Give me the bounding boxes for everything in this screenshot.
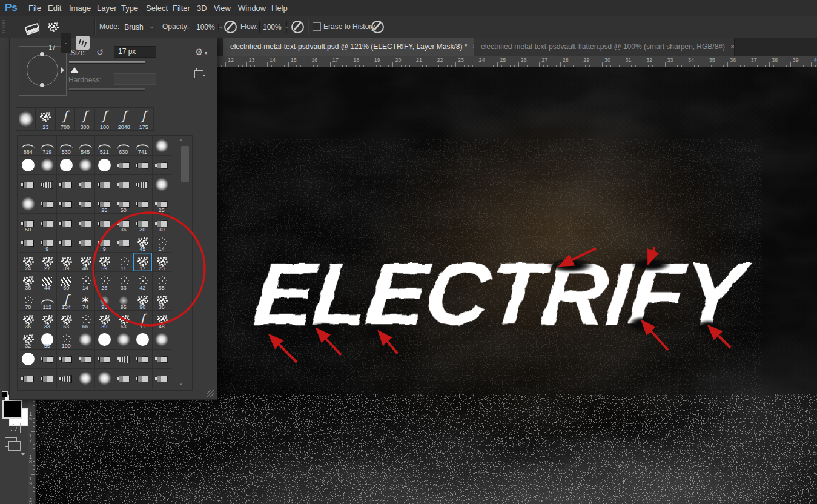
brush-preset[interactable] (76, 330, 96, 350)
brush-preset-24[interactable]: 24 (19, 253, 38, 272)
brush-preset[interactable] (57, 350, 76, 369)
brush-preset[interactable] (133, 330, 153, 350)
airbrush-button[interactable] (291, 21, 304, 33)
brush-preset[interactable] (95, 175, 114, 194)
brush-preset-2048[interactable]: 2048 (114, 108, 134, 130)
erase-to-history-checkbox[interactable] (313, 22, 321, 31)
brush-preset-630[interactable]: 630 (114, 136, 134, 156)
brush-preset[interactable] (19, 233, 38, 253)
brush-preset-90[interactable]: 90 (133, 291, 153, 311)
brush-preset-32[interactable]: 32 (19, 330, 38, 350)
brush-preset-39[interactable]: 39 (95, 311, 114, 330)
brush-preset[interactable] (38, 350, 58, 369)
brush-preset-33[interactable]: 33 (114, 272, 134, 291)
brush-preset-60[interactable]: 60 (57, 272, 76, 291)
brush-picker-dropdown-button[interactable]: ⌄ (61, 33, 71, 53)
brush-preset[interactable] (19, 175, 38, 194)
brush-preset[interactable] (95, 350, 114, 369)
brush-preset[interactable] (95, 369, 114, 388)
scrollbar-thumb[interactable] (181, 146, 189, 182)
brush-preset-9[interactable]: 9 (95, 233, 114, 253)
brush-preset-100[interactable]: 100 (57, 330, 76, 350)
brush-preset-36[interactable]: 36 (153, 291, 172, 311)
brush-preset-17[interactable]: 17 (133, 253, 153, 272)
foreground-color-swatch[interactable] (2, 400, 22, 419)
brush-preset-36[interactable]: 36 (19, 272, 38, 291)
reset-size-icon[interactable]: ↺ (96, 47, 104, 57)
brush-preset-741[interactable]: 741 (133, 136, 153, 156)
brush-preset-11[interactable]: 11 (133, 311, 153, 330)
size-input[interactable]: 17 px (114, 46, 156, 58)
menu-file[interactable]: File (28, 4, 41, 13)
brush-preset[interactable] (76, 194, 96, 214)
brush-preset[interactable] (19, 369, 38, 388)
brush-preset[interactable] (153, 330, 172, 350)
brush-preset-36[interactable]: 36 (114, 214, 134, 233)
close-icon[interactable]: ✕ (730, 43, 735, 51)
brush-preset[interactable] (76, 214, 96, 233)
brush-preset[interactable] (153, 175, 172, 194)
brush-preset-300[interactable]: 300 (75, 108, 94, 130)
brush-preset[interactable] (114, 330, 134, 350)
brush-preset[interactable] (57, 233, 76, 253)
brush-preset-36[interactable]: 36 (19, 311, 38, 330)
brush-preset-95[interactable]: 95 (95, 291, 114, 311)
menu-image[interactable]: Image (69, 4, 91, 13)
brush-preset[interactable] (133, 194, 153, 214)
brush-preset[interactable] (153, 369, 172, 388)
brush-preset-48[interactable]: 48 (153, 311, 172, 330)
brush-preset[interactable] (76, 350, 96, 369)
size-slider[interactable] (69, 61, 145, 64)
brush-preset-50[interactable]: 50 (114, 194, 134, 214)
brush-preset-33[interactable]: 33 (38, 311, 58, 330)
brush-preset[interactable] (114, 156, 134, 175)
brush-preset[interactable] (38, 175, 58, 194)
menu-select[interactable]: Select (146, 4, 168, 13)
opacity-dropdown[interactable]: 100% ⌄ (193, 21, 220, 33)
brush-preset-14[interactable]: 14 (76, 272, 96, 291)
brush-preset[interactable] (76, 156, 96, 175)
brush-preset-175[interactable]: 175 (134, 108, 153, 130)
brush-preset-27[interactable]: 27 (38, 253, 58, 272)
menu-layer[interactable]: Layer (97, 4, 117, 13)
brush-preset-719[interactable]: 719 (38, 136, 58, 156)
brush-preset[interactable] (95, 330, 114, 350)
brush-preset[interactable] (19, 156, 38, 175)
brush-preset-9[interactable]: 9 (38, 233, 58, 253)
brush-preset-100[interactable]: 100 (95, 108, 114, 130)
brush-preset[interactable] (57, 156, 76, 175)
scroll-down-icon[interactable]: ⌄ (179, 380, 184, 386)
pressure-opacity-button[interactable] (224, 21, 237, 33)
brush-preset-30[interactable]: 30 (153, 214, 172, 233)
brush-preset-25[interactable]: 25 (153, 194, 172, 214)
brush-preset[interactable] (95, 156, 114, 175)
brush-preset[interactable] (38, 369, 58, 388)
brush-preset-45[interactable]: 45 (133, 233, 153, 253)
brush-preset[interactable] (133, 369, 153, 388)
brush-preset-25[interactable]: 25 (95, 194, 114, 214)
brush-preset-23[interactable]: 23 (36, 108, 55, 130)
menu-type[interactable]: Type (121, 4, 138, 13)
brush-preset-112[interactable]: 112 (38, 291, 58, 311)
menu-view[interactable]: View (214, 4, 231, 13)
brush-preset-70[interactable]: 70 (19, 291, 38, 311)
gear-icon[interactable]: ⚙ (195, 47, 203, 58)
brush-preset[interactable] (57, 214, 76, 233)
caret-down-icon[interactable]: ▾ (205, 50, 207, 56)
brush-preset[interactable] (133, 175, 153, 194)
brush-preset[interactable] (153, 136, 172, 156)
toggle-brush-panel-button[interactable] (76, 36, 90, 50)
menu-3d[interactable]: 3D (197, 4, 207, 13)
brush-preset-50[interactable]: 50 (19, 214, 38, 233)
brush-preset-63[interactable]: 63 (57, 311, 76, 330)
brush-preset-26[interactable]: 26 (95, 272, 114, 291)
brush-preset-59[interactable]: 59 (95, 253, 114, 272)
brush-preset-66[interactable]: 66 (76, 311, 96, 330)
eraser-tool-button[interactable]: ⌄ (11, 18, 38, 35)
brush-preset[interactable] (76, 233, 96, 253)
brush-preset[interactable] (114, 233, 134, 253)
brush-preset[interactable] (38, 214, 58, 233)
flow-dropdown[interactable]: 100% ⌄ (259, 21, 287, 33)
brush-preset-545[interactable]: 545 (76, 136, 96, 156)
brush-preset-530[interactable]: 530 (57, 136, 76, 156)
